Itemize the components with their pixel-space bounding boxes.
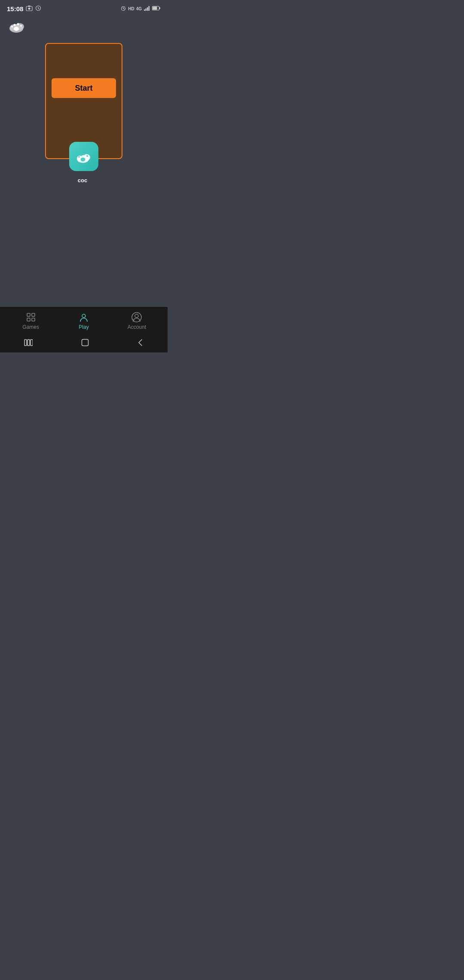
svg-rect-32 [27,313,30,316]
history-icon [35,5,41,12]
app-logo-icon [7,18,161,36]
svg-point-31 [81,158,85,162]
svg-line-7 [122,7,123,7]
svg-point-23 [14,27,19,31]
svg-rect-10 [146,9,147,11]
nav-item-play[interactable]: Play [57,312,110,330]
alarm-icon [120,5,126,12]
svg-point-27 [80,154,82,156]
status-time: 15:08 [7,5,23,12]
photo-icon [26,5,33,12]
svg-rect-34 [27,318,30,321]
account-label: Account [128,324,146,330]
svg-rect-9 [144,9,145,11]
main-content: Start coc [0,40,168,187]
svg-rect-33 [32,313,35,316]
nav-item-account[interactable]: Account [110,312,163,330]
nav-item-games[interactable]: Games [4,312,57,330]
game-icon-wrapper [69,142,98,171]
svg-line-8 [124,7,125,7]
signal-icon [143,5,150,12]
svg-point-1 [28,7,31,9]
status-bar: 15:08 HD [0,0,168,15]
svg-point-28 [83,153,85,156]
svg-rect-12 [149,6,150,11]
4g-label: 4G [136,6,142,11]
svg-rect-40 [27,340,30,346]
recent-apps-button[interactable] [24,339,33,348]
home-button[interactable] [81,339,89,348]
svg-rect-2 [28,6,31,7]
svg-point-22 [11,26,13,28]
status-right: HD 4G [120,5,161,12]
status-left: 15:08 [7,5,41,12]
svg-rect-39 [24,340,27,346]
svg-rect-35 [32,318,35,321]
svg-point-21 [20,25,22,27]
account-icon [131,312,142,323]
system-nav [0,334,168,352]
svg-rect-15 [159,7,160,9]
start-button[interactable]: Start [52,78,116,98]
svg-rect-11 [147,7,148,11]
games-label: Games [22,324,39,330]
game-title: coc [78,177,87,184]
hd-label: HD [128,6,134,11]
svg-rect-14 [153,7,157,10]
svg-rect-41 [31,340,33,346]
svg-point-30 [78,156,80,158]
play-label: Play [79,324,89,330]
bottom-nav: Games Play Account [0,307,168,334]
app-header [0,15,168,40]
svg-rect-42 [82,340,88,346]
svg-line-6 [123,9,124,9]
svg-point-37 [135,314,138,318]
games-icon [25,312,37,323]
svg-point-19 [14,24,16,26]
game-card: Start [45,43,122,159]
back-button[interactable] [137,339,143,348]
svg-point-20 [17,23,19,25]
svg-point-36 [82,314,85,318]
game-item-container: Start coc [7,43,161,184]
battery-icon [152,6,161,12]
svg-point-29 [86,155,88,157]
play-icon [78,312,89,323]
game-app-icon[interactable] [69,142,98,171]
